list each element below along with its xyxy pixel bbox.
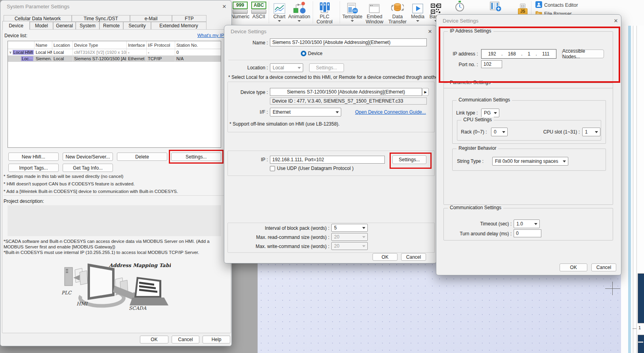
device-type-forward-button[interactable]: ▶ <box>422 88 429 96</box>
device-radio-label: Device <box>308 51 323 56</box>
cpu-slot-select[interactable]: 1 <box>582 128 600 136</box>
tab-extended-memory[interactable]: Extended Memory <box>151 22 206 30</box>
scheduler-stopwatch-icon[interactable] <box>455 1 465 14</box>
tree-node-label[interactable]: Local HMI <box>13 50 34 55</box>
device-id-readout: Device ID : 477, V.3.40, SIEMENS_S7_1500… <box>270 97 427 105</box>
cancel-button[interactable]: Cancel <box>172 336 199 343</box>
close-icon[interactable]: ✕ <box>221 3 228 10</box>
get-tag-info-button[interactable]: Get Tag Info... <box>63 164 113 172</box>
docked-window-thumbnail[interactable] <box>638 335 644 353</box>
contacts-person-icon <box>535 1 542 9</box>
table-row-local-hmi[interactable]: ∨ Local HMI Local HMI Local cMT3162X [V2… <box>8 49 221 55</box>
tab-general[interactable]: General <box>53 22 76 30</box>
tab-device[interactable]: Device <box>2 21 30 30</box>
add-columns-icon[interactable] <box>489 2 501 13</box>
toolbar-item-media[interactable]: Media <box>409 1 426 25</box>
toolbar-item-animation[interactable]: Animation <box>288 1 310 25</box>
new-hmi-button[interactable]: New HMI... <box>8 153 59 161</box>
toolbar-item-template[interactable]: Template <box>342 1 363 25</box>
docked-window-thumbnail[interactable] <box>638 273 644 323</box>
ip-address-label: IP address : <box>444 51 478 57</box>
close-icon[interactable]: ✕ <box>426 28 434 35</box>
read-size-select[interactable]: 20 <box>331 233 368 241</box>
octet-2[interactable]: 168 <box>508 51 516 57</box>
string-type-select[interactable]: Fill 0x00 for remaining spaces <box>492 157 568 166</box>
dialog-title: Device Settings <box>231 29 266 34</box>
illustration-caption: Address Mapping Table <box>109 262 171 268</box>
col-interface: Interface <box>127 41 147 49</box>
toolbar-item-plc-control[interactable]: PLC Control <box>314 1 335 25</box>
ok-button[interactable]: OK <box>140 336 168 343</box>
interval-select[interactable]: 5 <box>331 224 368 232</box>
toolbar-item-embed-window[interactable]: Embed Window <box>363 1 386 25</box>
cancel-button[interactable]: Cancel <box>401 253 426 261</box>
tree-expand-icon[interactable]: ∨ <box>9 50 12 54</box>
table-header-row: Name Location Device Type Interface I/F … <box>8 41 221 49</box>
octet-4[interactable]: 111 <box>542 51 549 57</box>
import-tags-button[interactable]: Import Tags... <box>8 164 59 172</box>
js-object-icon[interactable]: (;) JS <box>518 1 527 15</box>
whats-my-ip-link[interactable]: What's my IP? <box>197 33 227 38</box>
location-settings-button[interactable]: Settings... <box>309 63 344 72</box>
device-radio[interactable] <box>301 51 306 56</box>
cancel-button[interactable]: Cancel <box>591 263 616 271</box>
vertical-scrollbar[interactable] <box>628 26 631 353</box>
tab-system[interactable]: System <box>76 22 99 30</box>
turnaround-delay-input[interactable]: 0 <box>514 229 541 237</box>
timeout-select[interactable]: 1.0 <box>514 219 540 228</box>
chevron-down-icon[interactable] <box>416 20 419 22</box>
tab-security[interactable]: Security <box>123 22 151 30</box>
octet-1[interactable]: 192 <box>488 51 496 57</box>
project-description-textarea[interactable] <box>8 205 221 236</box>
tab-remote[interactable]: Remote <box>99 22 123 30</box>
chevron-down-icon <box>362 227 365 229</box>
close-icon[interactable]: ✕ <box>612 17 619 24</box>
ip-settings-button[interactable]: Settings... <box>392 155 426 164</box>
tab-model[interactable]: Model <box>30 22 53 30</box>
toolbar-item-ascii[interactable]: ABC ASCII <box>250 1 268 25</box>
col-station-no: Station No. <box>175 41 221 49</box>
name-input[interactable]: Siemens S7-1200/1500 [Absolute Addressin… <box>270 38 427 46</box>
chevron-down-icon <box>362 236 365 238</box>
device-list-table[interactable]: Name Location Device Type Interface I/F … <box>8 41 221 148</box>
ok-button[interactable]: OK <box>373 253 397 261</box>
cell-interface: Ethernet ... <box>127 55 147 62</box>
octet-dot: . <box>501 51 503 57</box>
location-select[interactable]: Local <box>270 63 303 72</box>
connection-guide-link[interactable]: Open Device Connection Guide... <box>355 109 426 115</box>
group-legend: IP Address Settings <box>448 28 493 34</box>
tab-email[interactable]: e-Mail <box>130 15 172 22</box>
new-device-server-button[interactable]: New Device/Server... <box>63 153 113 161</box>
rack-select[interactable]: 0 <box>491 128 508 136</box>
octet-3[interactable]: 1 <box>528 51 531 57</box>
write-size-select[interactable]: 20 <box>331 242 368 250</box>
if-select[interactable]: Ethernet <box>270 108 341 116</box>
table-row-siemens-selected[interactable]: Loc... Siemen... Local Siemens S7-1200/1… <box>8 55 221 62</box>
tab-time-sync-dst[interactable]: Time Sync./DST <box>72 15 130 22</box>
device-type-combo[interactable]: Siemens S7-1200/1500 [Absolute Addressin… <box>270 88 422 96</box>
chevron-down-icon[interactable] <box>351 20 354 22</box>
help-button[interactable]: Help <box>203 336 230 343</box>
name-label: Name : <box>240 40 268 46</box>
toolbar-item-data-transfer[interactable]: Data Transfer <box>386 1 409 25</box>
numeric-999-icon: 999 <box>231 1 249 14</box>
ip-input[interactable]: 192.168.1.111, Port=102 <box>270 156 385 164</box>
link-type-select[interactable]: PG <box>481 109 499 117</box>
accessible-nodes-button[interactable]: Accessible Nodes... <box>562 50 604 58</box>
port-input[interactable]: 102 <box>481 60 502 68</box>
ok-button[interactable]: OK <box>560 263 587 271</box>
col-name: Name <box>34 41 52 49</box>
ip-octet-input[interactable]: 192. 168. 1. 111 <box>481 49 556 59</box>
tab-ftp[interactable]: FTP <box>172 15 206 22</box>
chevron-down-icon <box>362 245 365 247</box>
settings-button[interactable]: Settings... <box>171 153 221 161</box>
chevron-down-icon[interactable] <box>298 20 301 22</box>
toolbar-item-chart[interactable]: Chart <box>271 1 288 25</box>
chevron-down-icon[interactable] <box>278 20 281 22</box>
tree-node-label[interactable]: Loc... <box>21 56 33 61</box>
udp-checkbox[interactable] <box>270 166 275 171</box>
delete-button[interactable]: Delete <box>117 153 167 161</box>
toolbar-item-contacts-editor[interactable]: Contacts Editor <box>535 1 578 9</box>
divider <box>4 195 228 196</box>
toolbar-item-numeric[interactable]: 999 Numeric <box>231 1 249 25</box>
